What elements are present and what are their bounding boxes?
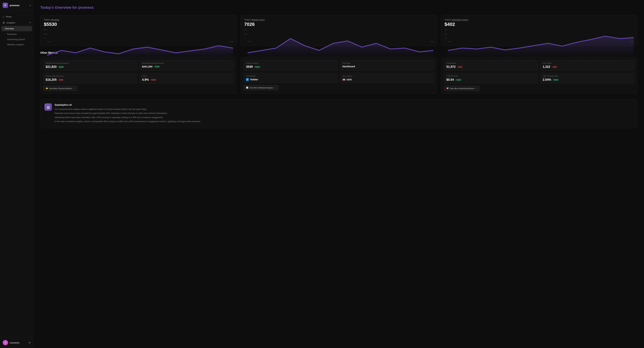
impressions-value: 51,972 [446, 65, 456, 69]
view-more-payment-label: View More Payment Metrics [49, 87, 72, 89]
top-page-card: Top Page /dashboard [340, 60, 434, 71]
ctr-value-row: 2.54% +0.5% [543, 78, 632, 81]
arr-badge: +2.9% [154, 65, 160, 68]
link-clicks-badge: -3.4% [552, 66, 558, 68]
ytd-badge: -2.8% [58, 79, 64, 81]
arrow-right-icon: → [73, 87, 75, 89]
website-metrics-panel: Unique Visitors 3549 +5.2% Top Page /das… [241, 57, 437, 94]
sidebar-item-advertising-spend[interactable]: Advertising Spend [0, 37, 34, 42]
unique-visitors-value: 3549 [246, 65, 253, 69]
top-referer-value-row: 𝕏 Twitter [246, 78, 335, 81]
sidebar-analytics-section[interactable]: ⊞ Analytics ▾ [0, 20, 34, 26]
churn-badge: +2.0% [150, 79, 157, 81]
ctr-value: 2.54% [543, 78, 551, 81]
sidebar: P promess ▾ ⌂ Home ⊞ Analytics ▾ Overvie… [0, 0, 34, 348]
website-view-more-row: 📊 View More Website Analytics → [244, 85, 434, 90]
page-title: Today's Overview for promess [40, 5, 637, 10]
impressions-card: Impressions 51,972 -4.1% [444, 60, 538, 71]
revenue-chart-card: Today's Revenue $5530 $400 $200 $0 [40, 15, 236, 46]
mrr-value: $21,820 [46, 65, 56, 69]
cpc-badge: +1.0% [455, 79, 462, 81]
ad-spend-chart-card: Today's Advertising Spend $402 $40 $20 $… [441, 15, 637, 46]
top-country-title: Top Country [342, 75, 432, 77]
analytics-subitems: Overview Payments Advertising Spend Webs… [0, 26, 34, 47]
sidebar-item-payments[interactable]: Payments [0, 31, 34, 37]
sidebar-item-overview[interactable]: Overview [1, 26, 32, 31]
view-more-payment-button[interactable]: 💳 View More Payment Metrics → [43, 86, 78, 91]
sidebar-analytics-label: Analytics [6, 21, 15, 24]
website-views-chart-card: Today's Website Views 7026 600 300 0 [241, 15, 437, 46]
svg-marker-2 [448, 36, 634, 58]
ai-section: 🤖 SaaSalytics AI Our comprehensive analy… [40, 99, 637, 128]
mrr-title: Monthly Recurring Revenue [46, 62, 135, 64]
views-link[interactable]: Website Views [252, 19, 265, 21]
analytics-chevron-icon: ▾ [30, 22, 31, 24]
ai-paragraph-4: In the realm of website analytics, there… [54, 120, 201, 123]
cpc-title: Cost Per Click [446, 75, 536, 77]
page-title-static: Today's Overview for [40, 5, 78, 9]
main-content: Today's Overview for promess Today's Rev… [34, 0, 644, 348]
impressions-value-row: 51,972 -4.1% [446, 65, 536, 69]
sidebar-item-home-label: Home [6, 15, 12, 18]
impressions-badge: -4.1% [457, 66, 463, 68]
view-more-website-button[interactable]: 📊 View More Website Analytics → [244, 85, 278, 90]
top-page-title: Top Page [342, 62, 432, 64]
ad-link[interactable]: Advertising Spend [452, 19, 468, 21]
mrr-card: Monthly Recurring Revenue $21,820 +2.9% [43, 60, 138, 71]
arr-value: $261,840 [142, 65, 153, 68]
arrow-right-icon-2: → [274, 87, 276, 89]
churn-title: Churn [142, 75, 232, 77]
ai-title: SaaSalytics AI [54, 103, 201, 106]
payment-icon: 💳 [46, 87, 48, 89]
unique-visitors-badge: +5.2% [254, 66, 260, 68]
settings-icon[interactable]: ⚙ [28, 341, 31, 344]
ad-chart-area: $40 $20 $0 00:00 23:59 [444, 29, 634, 42]
revenue-value: $5530 [44, 22, 233, 27]
views-chart-area: 600 300 0 00:00 23:59 [244, 29, 434, 42]
view-more-advertising-button[interactable]: 📢 View More Advertising Metrics → [444, 86, 480, 91]
top-page-value-row: /dashboard [342, 65, 432, 68]
sidebar-item-home[interactable]: ⌂ Home [0, 13, 34, 20]
cpc-value-row: $0.04 +1.0% [446, 78, 536, 81]
home-icon: ⌂ [3, 15, 4, 18]
mrr-badge: +2.9% [58, 66, 64, 68]
link-clicks-card: Link Clicks 1,322 -3.4% [540, 60, 634, 71]
mrr-value-row: $21,820 +2.9% [46, 65, 135, 69]
avatar: O [3, 340, 8, 345]
churn-value: 4.9% [142, 78, 149, 81]
sidebar-item-website-analytics[interactable]: Website Analytics [0, 42, 34, 47]
ai-paragraph-1: Our comprehensive analysis shows a signi… [54, 108, 201, 111]
ai-content: SaaSalytics AI Our comprehensive analysi… [54, 103, 201, 124]
revenue-svg [47, 29, 233, 57]
advertising-metrics-panel: Impressions 51,972 -4.1% Link Clicks 1,3… [441, 57, 637, 94]
churn-card: Churn 4.9% +2.0% [140, 73, 234, 84]
svg-marker-0 [47, 46, 233, 57]
ad-svg [448, 29, 634, 57]
payment-metrics-panel: Monthly Recurring Revenue $21,820 +2.9% … [40, 57, 236, 94]
top-page-value: /dashboard [342, 65, 355, 68]
page-title-brand: promess [78, 5, 94, 9]
payment-metrics-grid: Monthly Recurring Revenue $21,820 +2.9% … [43, 60, 234, 84]
ctr-card: Click Through Rate 2.54% +0.5% [540, 73, 634, 84]
ai-icon: 🤖 [44, 103, 52, 111]
sidebar-brand-name: promess [10, 4, 28, 7]
ad-chart-label: Today's Advertising Spend [444, 19, 634, 21]
link-clicks-title: Link Clicks [543, 62, 632, 64]
arr-card: Annual Recurring Revenue $261,840 +2.9% [140, 60, 234, 71]
ai-paragraph-2: Payments and revenue have escalated by a… [54, 112, 201, 115]
chevron-down-icon: ▾ [30, 4, 31, 6]
view-more-website-label: View More Website Analytics [249, 87, 273, 89]
ai-paragraph-3: Advertising efforts have been intensifie… [54, 116, 201, 119]
top-referer-value: Twitter [250, 78, 258, 81]
sidebar-header[interactable]: P promess ▾ [0, 0, 34, 11]
revenue-link[interactable]: Revenue [51, 19, 59, 21]
ytd-value-row: $16,205 -2.8% [46, 78, 135, 81]
ytd-revenue-card: Year-to-date Revenue $16,205 -2.8% [43, 73, 138, 84]
ytd-value: $16,205 [46, 78, 56, 81]
analytics-icon: ⊞ [3, 21, 5, 24]
cpc-card: Cost Per Click $0.04 +1.0% [444, 73, 538, 84]
revenue-y-labels: $400 $200 $0 [44, 29, 47, 39]
arrow-right-icon-3: → [476, 87, 477, 89]
arr-title: Annual Recurring Revenue [142, 62, 232, 64]
views-svg [248, 29, 434, 57]
